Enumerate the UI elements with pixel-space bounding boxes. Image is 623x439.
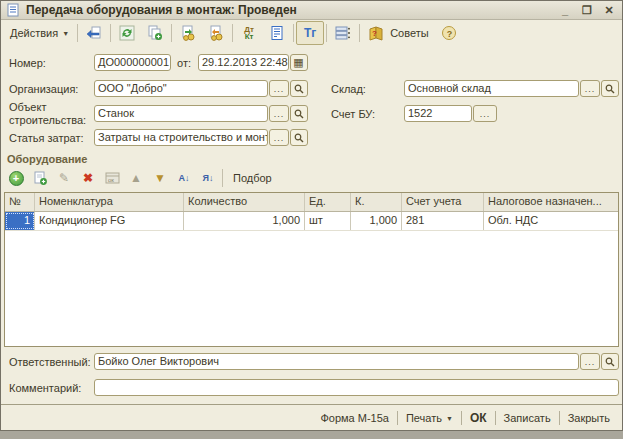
- edit-row-button[interactable]: ✎: [52, 167, 76, 189]
- move-up-button[interactable]: ▲: [124, 167, 148, 189]
- svg-text:?: ?: [372, 29, 377, 38]
- row-number-cell[interactable]: 1: [5, 212, 35, 230]
- show-postings-button[interactable]: Дт Кт: [235, 21, 263, 45]
- print-button[interactable]: Печать ▼: [398, 412, 461, 424]
- add-row-button[interactable]: +: [4, 167, 28, 189]
- responsible-open-button[interactable]: [601, 353, 619, 370]
- maximize-button[interactable]: ❐: [580, 3, 594, 17]
- number-field-row: ДО000000001: [94, 54, 171, 71]
- cost-item-field-row: Затраты на строительство и монтаж ...: [94, 129, 308, 146]
- chevron-down-icon: ▼: [446, 415, 453, 422]
- organization-open-button[interactable]: [290, 80, 308, 97]
- magnifier-icon: [294, 84, 304, 94]
- close-window-button[interactable]: Закрыть: [560, 412, 618, 424]
- document-structure-button[interactable]: [263, 21, 291, 45]
- copy-plus-icon: [147, 25, 163, 41]
- pencil-icon: ✎: [59, 172, 69, 184]
- refresh-button[interactable]: [113, 21, 141, 45]
- warehouse-input[interactable]: Основной склад: [404, 80, 579, 97]
- number-input[interactable]: ДО000000001: [94, 54, 171, 71]
- sort-descending-button[interactable]: Я↓: [196, 167, 220, 189]
- toolbar-separator: [77, 24, 78, 42]
- unpost-document-button[interactable]: [202, 21, 230, 45]
- tax-purpose-cell[interactable]: Обл. НДС: [484, 212, 618, 230]
- warehouse-open-button[interactable]: [601, 80, 619, 97]
- account-input[interactable]: 1522: [404, 105, 472, 122]
- responsible-input[interactable]: Бойко Олег Викторович: [94, 353, 579, 370]
- warehouse-select-button[interactable]: ...: [580, 80, 600, 97]
- tips-book-icon: ?: [368, 25, 384, 41]
- save-button[interactable]: Записать: [496, 412, 559, 424]
- column-header-unit[interactable]: Ед.: [305, 193, 351, 211]
- tips-button[interactable]: ? Советы: [362, 21, 434, 45]
- toolbar-separator: [171, 24, 172, 42]
- account-cell[interactable]: 281: [402, 212, 484, 230]
- pick-button[interactable]: Подбор: [225, 168, 280, 188]
- cost-item-input[interactable]: Затраты на строительство и монтаж: [94, 129, 268, 146]
- copy-button[interactable]: [141, 21, 169, 45]
- footer-buttons: Форма М-15а Печать ▼ ОК Записать Закрыть: [312, 407, 618, 429]
- help-icon: ?: [441, 25, 457, 41]
- column-header-nomenclature[interactable]: Номенклатура: [35, 193, 184, 211]
- table-row[interactable]: 1 Кондиционер FG 1,000 шт 1,000 281 Обл.…: [5, 212, 618, 231]
- related-documents-toggle[interactable]: Тг: [296, 21, 324, 45]
- column-header-tax-purpose[interactable]: Налоговое назначен...: [484, 193, 618, 211]
- post-icon: [180, 25, 196, 41]
- responsible-select-button[interactable]: ...: [580, 353, 600, 370]
- equipment-table: № Номенклатура Количество Ед. К. Счет уч…: [4, 192, 619, 347]
- organization-input[interactable]: ООО "Добро": [94, 80, 268, 97]
- equipment-toolbar: + ✎ ✖ ок ▲ ▼ А↓ Я↓ Подбор: [4, 167, 280, 189]
- end-edit-icon: ок: [104, 170, 120, 186]
- list-rows-icon: [335, 25, 351, 41]
- table-header-row: № Номенклатура Количество Ед. К. Счет уч…: [5, 193, 618, 212]
- post-document-button[interactable]: [174, 21, 202, 45]
- move-down-button[interactable]: ▼: [148, 167, 172, 189]
- number-label: Номер:: [9, 57, 46, 69]
- window-controls: _ ❐ ✕: [558, 3, 618, 17]
- column-header-coefficient[interactable]: К.: [351, 193, 402, 211]
- comment-input[interactable]: [94, 379, 619, 396]
- column-header-account[interactable]: Счет учета: [402, 193, 484, 211]
- construction-object-field-row: Станок ...: [94, 105, 308, 122]
- chevron-down-icon: ▼: [62, 30, 69, 37]
- calendar-icon: ▦: [293, 56, 304, 69]
- delete-row-button[interactable]: ✖: [76, 167, 100, 189]
- main-toolbar: Действия ▼: [1, 20, 622, 46]
- construction-object-open-button[interactable]: [290, 105, 308, 122]
- svg-text:?: ?: [446, 29, 452, 39]
- ok-button[interactable]: ОК: [462, 411, 495, 425]
- organization-field-row: ООО "Добро" ...: [94, 80, 308, 97]
- sort-ascending-button[interactable]: А↓: [172, 167, 196, 189]
- unit-cell[interactable]: шт: [305, 212, 351, 230]
- construction-object-input[interactable]: Станок: [94, 105, 268, 122]
- cost-item-select-button[interactable]: ...: [269, 129, 289, 146]
- nomenclature-cell[interactable]: Кондиционер FG: [35, 212, 184, 230]
- list-settings-button[interactable]: [329, 21, 357, 45]
- quantity-cell[interactable]: 1,000: [184, 212, 305, 230]
- unpost-icon: [208, 25, 224, 41]
- help-button[interactable]: ?: [435, 21, 463, 45]
- form-m15a-button[interactable]: Форма М-15а: [312, 412, 397, 424]
- date-input[interactable]: 29.12.2013 22:48:33: [198, 54, 289, 71]
- minimize-button[interactable]: _: [558, 3, 572, 17]
- organization-select-button[interactable]: ...: [269, 80, 289, 97]
- date-field-row: 29.12.2013 22:48:33 ▦: [198, 54, 308, 71]
- close-button[interactable]: ✕: [602, 3, 616, 17]
- coefficient-cell[interactable]: 1,000: [351, 212, 402, 230]
- dtkt-icon: Дт Кт: [241, 25, 257, 41]
- toolbar-separator: [222, 169, 223, 187]
- actions-menu-button[interactable]: Действия ▼: [4, 21, 75, 45]
- construction-object-select-button[interactable]: ...: [269, 105, 289, 122]
- end-edit-button[interactable]: ок: [100, 167, 124, 189]
- toolbar-separator: [359, 24, 360, 42]
- reread-button[interactable]: [80, 21, 108, 45]
- date-label: от:: [177, 57, 191, 69]
- calendar-button[interactable]: ▦: [290, 54, 308, 71]
- account-select-button[interactable]: ...: [473, 105, 497, 122]
- window-bottom-edge: [0, 431, 623, 439]
- column-header-quantity[interactable]: Количество: [184, 193, 305, 211]
- column-header-number[interactable]: №: [5, 193, 35, 211]
- reread-icon: [86, 25, 102, 41]
- cost-item-open-button[interactable]: [290, 129, 308, 146]
- copy-row-button[interactable]: [28, 167, 52, 189]
